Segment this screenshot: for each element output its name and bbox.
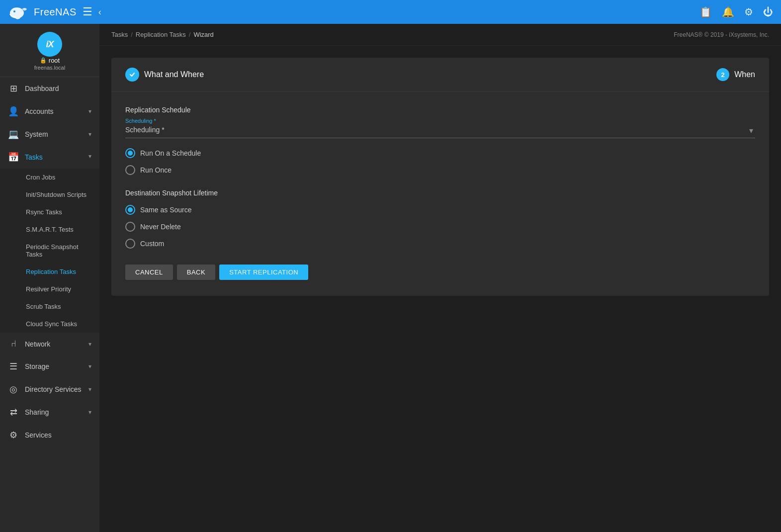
radio-circle-run-once bbox=[125, 165, 135, 175]
sidebar-item-directory-services[interactable]: ◎ Directory Services ▾ bbox=[0, 378, 99, 401]
radio-dot bbox=[128, 151, 133, 156]
destination-lifetime-section: Destination Snapshot Lifetime Same as So… bbox=[125, 189, 755, 249]
app-body: iX 🔒 root freenas.local ⊞ Dashboard 👤 Ac… bbox=[0, 24, 781, 532]
logo-text: FreeNAS bbox=[34, 6, 77, 18]
sidebar-item-network[interactable]: ⑁ Network ▾ bbox=[0, 333, 99, 355]
sidebar-item-cron-jobs[interactable]: Cron Jobs bbox=[0, 169, 99, 186]
storage-icon: ☰ bbox=[8, 361, 19, 372]
sharing-icon: ⇄ bbox=[8, 407, 19, 418]
breadcrumb-tasks[interactable]: Tasks bbox=[111, 31, 128, 38]
never-delete-radio[interactable]: Never Delete bbox=[125, 222, 755, 232]
settings-icon[interactable]: ⚙ bbox=[744, 6, 753, 18]
sidebar: iX 🔒 root freenas.local ⊞ Dashboard 👤 Ac… bbox=[0, 24, 99, 532]
same-as-source-label: Same as Source bbox=[140, 206, 192, 214]
sidebar-item-smart-tests[interactable]: S.M.A.R.T. Tests bbox=[0, 221, 99, 238]
breadcrumb-replication-tasks[interactable]: Replication Tasks bbox=[136, 31, 186, 38]
breadcrumb-wizard: Wizard bbox=[193, 31, 213, 38]
breadcrumb: Tasks / Replication Tasks / Wizard bbox=[111, 31, 214, 38]
never-delete-label: Never Delete bbox=[140, 223, 181, 231]
user-name: root bbox=[49, 57, 60, 64]
sidebar-item-storage[interactable]: ☰ Storage ▾ bbox=[0, 355, 99, 378]
expand-arrow-icon: ▾ bbox=[88, 409, 91, 416]
sidebar-item-services[interactable]: ⚙ Services bbox=[0, 424, 99, 446]
sidebar-item-init-shutdown[interactable]: Init/Shutdown Scripts bbox=[0, 186, 99, 203]
checkmark-icon bbox=[129, 71, 136, 78]
run-once-label: Run Once bbox=[140, 166, 172, 174]
logo-whale-svg bbox=[8, 4, 30, 20]
replication-schedule-title: Replication Schedule bbox=[125, 106, 755, 114]
system-icon: 💻 bbox=[8, 129, 19, 140]
expand-arrow-icon: ▾ bbox=[88, 363, 91, 370]
avatar: iX bbox=[37, 32, 62, 57]
replication-schedule-section: Replication Schedule Scheduling * Schedu… bbox=[125, 106, 755, 175]
sidebar-item-label: Services bbox=[25, 431, 91, 439]
breadcrumb-bar: Tasks / Replication Tasks / Wizard FreeN… bbox=[99, 24, 781, 46]
custom-label: Custom bbox=[140, 240, 164, 248]
wizard-step-1: What and Where bbox=[125, 68, 204, 82]
wizard-card: What and Where 2 When Replication Schedu… bbox=[111, 58, 769, 296]
wizard-step-2: 2 When bbox=[716, 68, 755, 81]
scheduling-select[interactable]: Scheduling * bbox=[125, 122, 755, 138]
wizard-body: Replication Schedule Scheduling * Schedu… bbox=[111, 92, 769, 296]
sidebar-item-replication-tasks[interactable]: Replication Tasks bbox=[0, 263, 99, 280]
run-once-radio[interactable]: Run Once bbox=[125, 165, 755, 175]
lifetime-radio-group: Same as Source Never Delete Custom bbox=[125, 205, 755, 249]
step-1-icon bbox=[125, 68, 139, 82]
lock-icon: 🔒 bbox=[40, 57, 47, 64]
sidebar-item-scrub-tasks[interactable]: Scrub Tasks bbox=[0, 298, 99, 315]
run-on-schedule-label: Run On a Schedule bbox=[140, 149, 201, 157]
sidebar-item-periodic-snapshot[interactable]: Periodic Snapshot Tasks bbox=[0, 238, 99, 263]
network-icon: ⑁ bbox=[8, 339, 19, 349]
clipboard-icon[interactable]: 📋 bbox=[699, 6, 712, 18]
services-icon: ⚙ bbox=[8, 430, 19, 441]
radio-circle-same-as-source bbox=[125, 205, 135, 215]
wizard-header: What and Where 2 When bbox=[111, 58, 769, 92]
radio-circle-never-delete bbox=[125, 222, 135, 232]
main-content: Tasks / Replication Tasks / Wizard FreeN… bbox=[99, 24, 781, 532]
svg-point-1 bbox=[13, 10, 15, 12]
sidebar-item-label: Storage bbox=[25, 362, 83, 370]
power-icon[interactable]: ⏻ bbox=[763, 6, 773, 18]
same-as-source-radio[interactable]: Same as Source bbox=[125, 205, 755, 215]
custom-radio[interactable]: Custom bbox=[125, 239, 755, 249]
expand-arrow-icon: ▾ bbox=[88, 108, 91, 115]
sidebar-toggle-icon[interactable]: ‹ bbox=[98, 7, 101, 17]
sidebar-item-dashboard[interactable]: ⊞ Dashboard bbox=[0, 77, 99, 100]
sidebar-item-accounts[interactable]: 👤 Accounts ▾ bbox=[0, 100, 99, 123]
sidebar-item-label: System bbox=[25, 130, 83, 138]
sidebar-item-label: Network bbox=[25, 340, 83, 348]
expand-arrow-icon: ▾ bbox=[88, 386, 91, 393]
expand-arrow-icon: ▾ bbox=[88, 341, 91, 348]
sidebar-item-system[interactable]: 💻 System ▾ bbox=[0, 123, 99, 146]
sidebar-item-cloud-sync-tasks[interactable]: Cloud Sync Tasks bbox=[0, 315, 99, 333]
topbar-left: FreeNAS ☰ ‹ bbox=[8, 4, 101, 20]
tasks-submenu: Cron Jobs Init/Shutdown Scripts Rsync Ta… bbox=[0, 169, 99, 333]
run-on-schedule-radio[interactable]: Run On a Schedule bbox=[125, 148, 755, 158]
sidebar-item-resilver-priority[interactable]: Resilver Priority bbox=[0, 280, 99, 298]
cancel-button[interactable]: CANCEL bbox=[125, 265, 173, 280]
sidebar-item-label: Sharing bbox=[25, 408, 83, 416]
copyright-text: FreeNAS® © 2019 - iXsystems, Inc. bbox=[674, 31, 769, 38]
accounts-icon: 👤 bbox=[8, 106, 19, 117]
radio-circle-custom bbox=[125, 239, 135, 249]
sidebar-item-sharing[interactable]: ⇄ Sharing ▾ bbox=[0, 401, 99, 424]
expand-arrow-icon: ▴ bbox=[88, 154, 91, 161]
step-2-badge: 2 bbox=[716, 68, 729, 81]
directory-services-icon: ◎ bbox=[8, 384, 19, 395]
wizard-actions: CANCEL BACK START REPLICATION bbox=[125, 265, 755, 280]
user-section: iX 🔒 root freenas.local bbox=[0, 24, 99, 77]
sidebar-item-rsync-tasks[interactable]: Rsync Tasks bbox=[0, 203, 99, 221]
notifications-icon[interactable]: 🔔 bbox=[722, 6, 734, 18]
hamburger-menu-icon[interactable]: ☰ bbox=[83, 5, 92, 18]
sidebar-item-tasks[interactable]: 📅 Tasks ▴ bbox=[0, 146, 99, 169]
sidebar-item-label: Tasks bbox=[25, 153, 83, 161]
sidebar-item-label: Directory Services bbox=[25, 385, 83, 393]
start-replication-button[interactable]: START REPLICATION bbox=[219, 265, 308, 280]
scheduling-label: Scheduling * bbox=[125, 118, 156, 124]
user-lock-row: 🔒 root bbox=[34, 57, 65, 64]
radio-circle-run-on-schedule bbox=[125, 148, 135, 158]
step-2-label: When bbox=[734, 70, 755, 79]
scheduling-select-wrapper: Scheduling * Scheduling * ▾ bbox=[125, 122, 755, 138]
topbar: FreeNAS ☰ ‹ 📋 🔔 ⚙ ⏻ bbox=[0, 0, 781, 24]
back-button[interactable]: BACK bbox=[177, 265, 215, 280]
